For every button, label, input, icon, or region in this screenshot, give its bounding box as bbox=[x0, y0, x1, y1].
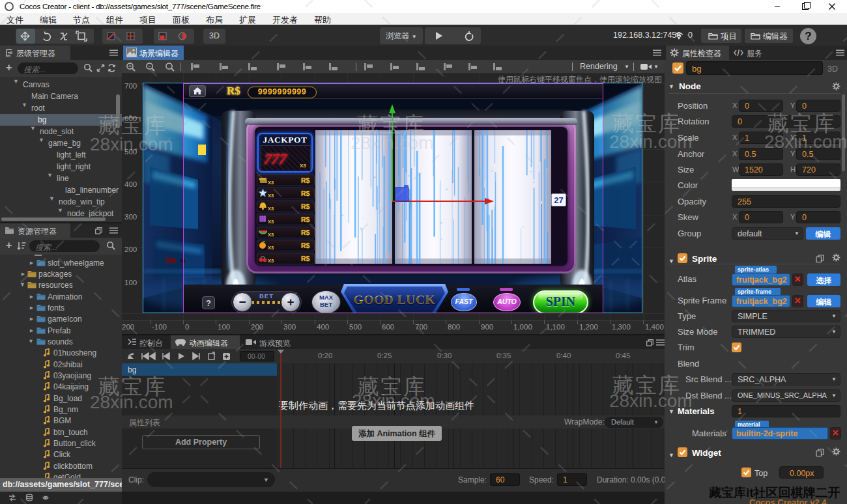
svg-text:-: - bbox=[149, 63, 151, 69]
svg-text:+: + bbox=[128, 63, 132, 69]
